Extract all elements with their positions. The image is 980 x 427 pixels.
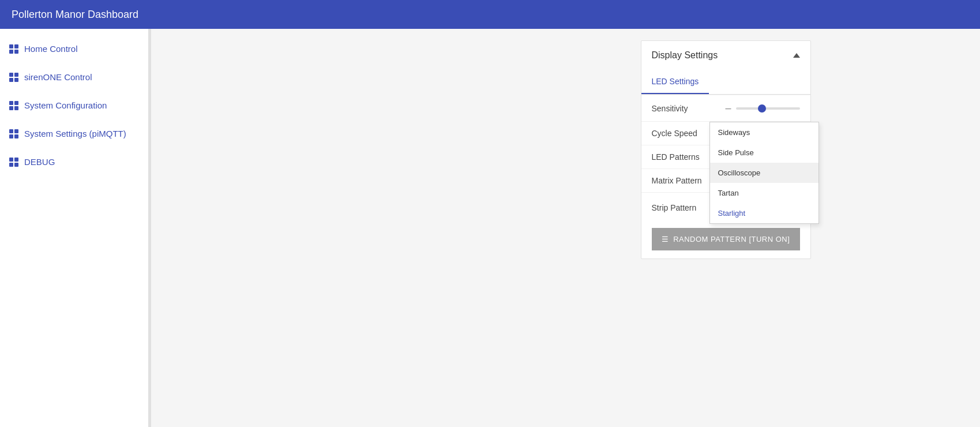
- sidebar-item-debug[interactable]: DEBUG: [0, 148, 151, 176]
- main-content: Display Settings LED Settings Sensitivit…: [151, 29, 980, 427]
- sensitivity-slider[interactable]: [736, 107, 800, 110]
- display-settings-card: Display Settings LED Settings Sensitivit…: [641, 40, 811, 259]
- random-pattern-button[interactable]: ☰ RANDOM PATTERN [TURN ON]: [652, 228, 800, 250]
- tab-led-label: LED Settings: [652, 77, 699, 86]
- sidebar-label-debug: DEBUG: [24, 157, 55, 167]
- cycle-speed-dropdown: Sideways Side Pulse Oscilloscope Tartan …: [709, 122, 819, 224]
- display-settings-title: Display Settings: [652, 50, 718, 61]
- dropdown-option-starlight[interactable]: Starlight: [710, 203, 818, 223]
- sidebar-item-sirenone-control[interactable]: sirenONE Control: [0, 63, 151, 91]
- sidebar-item-home-control[interactable]: Home Control: [0, 35, 151, 63]
- app-header: Pollerton Manor Dashboard: [0, 0, 980, 29]
- sidebar-label-system-settings: System Settings (piMQTT): [24, 129, 126, 138]
- sidebar: Home Control sirenONE Control System Con…: [0, 29, 151, 427]
- sidebar-divider: [148, 29, 151, 427]
- grid-icon-5: [9, 158, 18, 167]
- sidebar-label-system-config: System Configuration: [24, 100, 107, 110]
- grid-icon-4: [9, 129, 18, 138]
- tab-led-settings[interactable]: LED Settings: [641, 70, 709, 94]
- settings-body: Sensitivity – Cycle Speed Sideways: [641, 95, 810, 222]
- dropdown-scrollbar[interactable]: Sideways Side Pulse Oscilloscope Tartan …: [710, 122, 818, 223]
- app-title: Pollerton Manor Dashboard: [12, 9, 138, 21]
- tabs-row: LED Settings: [641, 70, 810, 95]
- dropdown-option-sideways[interactable]: Sideways: [710, 122, 818, 143]
- random-pattern-label: RANDOM PATTERN [TURN ON]: [673, 235, 790, 244]
- grid-icon: [9, 44, 18, 54]
- dropdown-option-side-pulse[interactable]: Side Pulse: [710, 143, 818, 163]
- sidebar-label-sirenone: sirenONE Control: [24, 72, 92, 82]
- sensitivity-row: Sensitivity –: [641, 95, 810, 121]
- sensitivity-minus-icon: –: [726, 102, 731, 114]
- sidebar-item-system-settings[interactable]: System Settings (piMQTT): [0, 119, 151, 148]
- grid-icon-2: [9, 73, 18, 82]
- sidebar-item-system-configuration[interactable]: System Configuration: [0, 91, 151, 119]
- dropdown-option-oscilloscope[interactable]: Oscilloscope: [710, 163, 818, 183]
- dropdown-option-tartan[interactable]: Tartan: [710, 183, 818, 203]
- random-pattern-icon: ☰: [662, 235, 669, 244]
- grid-icon-3: [9, 101, 18, 110]
- collapse-icon: [793, 53, 800, 58]
- display-settings-header[interactable]: Display Settings: [641, 41, 810, 70]
- cycle-speed-row: Cycle Speed Sideways Side Pulse Oscillos…: [641, 121, 810, 145]
- sensitivity-control: –: [721, 102, 800, 114]
- sensitivity-label: Sensitivity: [652, 104, 721, 113]
- sidebar-label-home-control: Home Control: [24, 44, 78, 54]
